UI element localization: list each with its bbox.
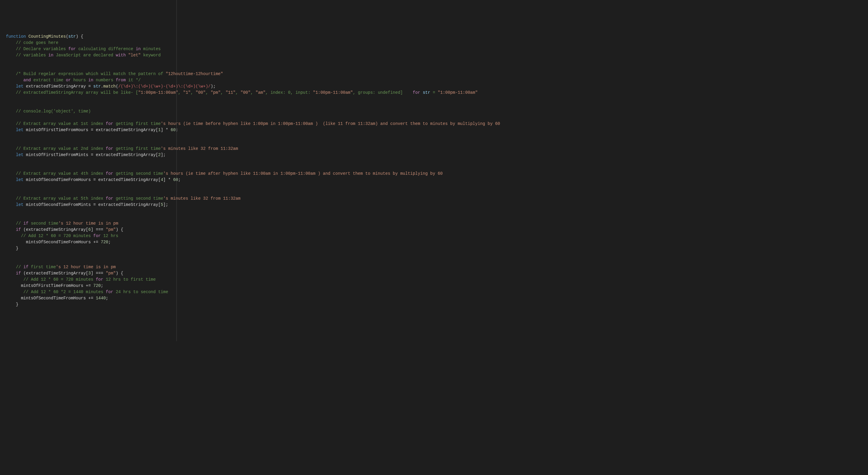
- code-token: "1": [183, 90, 191, 95]
- code-token: (extractedTimeStringArray[: [21, 271, 88, 276]
- code-token: "12houttime-12hourtime": [166, 71, 223, 76]
- code-token: ] ===: [91, 271, 106, 276]
- code-token: "1:00pm-11:00am": [313, 90, 352, 95]
- code-token: // variables: [6, 53, 49, 58]
- code-line[interactable]: [6, 133, 862, 139]
- code-token: numbers: [93, 78, 116, 82]
- code-line[interactable]: // code goes here: [6, 40, 862, 46]
- code-token: 's minutes like 32 from 11:32am: [161, 146, 238, 151]
- code-token: [6, 84, 16, 89]
- code-token: //: [6, 265, 24, 269]
- code-token: in: [136, 46, 141, 51]
- code-line[interactable]: [6, 258, 862, 264]
- code-token: extractedTimeStringArray =: [24, 84, 93, 89]
- code-line[interactable]: }: [6, 301, 862, 308]
- code-line[interactable]: if (extractedTimeStringArray[3] === "pm"…: [6, 270, 862, 276]
- code-line[interactable]: [6, 59, 862, 65]
- code-line[interactable]: let mintsOfSecondTimeFromHours = extract…: [6, 177, 862, 183]
- code-token: (: [66, 34, 68, 39]
- code-line[interactable]: // console.log('object', time): [6, 108, 862, 114]
- code-token: mintsOfSecondTimeFromHours +=: [6, 296, 96, 301]
- code-token: // Add 12 * 60 = 720 minutes: [6, 234, 93, 238]
- code-line[interactable]: let mintsOfFirstTimeFromMints = extracte…: [6, 152, 862, 158]
- code-line[interactable]: let extractedTimeStringArray = str.match…: [6, 83, 862, 90]
- code-token: for: [106, 121, 113, 126]
- code-token: ] *: [163, 177, 173, 182]
- code-line[interactable]: // if first time's 12 hour time is in pm: [6, 264, 862, 270]
- code-token: , groups: undefined]: [353, 90, 413, 95]
- code-token: 1: [158, 128, 161, 132]
- code-token: ,: [236, 90, 241, 95]
- code-token: "11": [225, 90, 236, 95]
- code-token: mintsOfSecondTimeFromMints = extractedTi…: [24, 202, 161, 207]
- code-token: [6, 227, 16, 232]
- code-line[interactable]: // Extract array value at 1st index for …: [6, 121, 862, 127]
- code-token: // Extract array value at 2nd index: [6, 146, 106, 151]
- code-token: 24 hrs to second time: [113, 290, 168, 294]
- code-line[interactable]: function CountingMinutes(str) {: [6, 34, 862, 40]
- code-line[interactable]: [6, 208, 862, 214]
- code-token: let: [16, 177, 24, 182]
- code-token: ];: [161, 152, 166, 157]
- code-line[interactable]: [6, 114, 862, 121]
- code-line[interactable]: mintsOfSecondTimeFromHours += 1440;: [6, 295, 862, 301]
- code-line[interactable]: mintsOfSecondTimeFromHours += 720;: [6, 239, 862, 245]
- code-line[interactable]: [6, 189, 862, 196]
- code-line[interactable]: [6, 251, 862, 258]
- code-line[interactable]: [6, 214, 862, 220]
- code-line[interactable]: // extractedTimeStringArray array will b…: [6, 90, 862, 96]
- code-token: // Add 12 * 60 = 720 minutes: [6, 277, 96, 282]
- code-token: for: [106, 171, 113, 176]
- code-line[interactable]: // if second time's 12 hour time is in p…: [6, 220, 862, 227]
- code-token: if: [24, 265, 29, 269]
- code-line[interactable]: mintsOfFirstTimeFromHours += 720;: [6, 283, 862, 289]
- code-line[interactable]: [6, 139, 862, 146]
- code-line[interactable]: [6, 164, 862, 171]
- code-token: str: [423, 90, 430, 95]
- code-line[interactable]: [6, 183, 862, 189]
- code-line[interactable]: [6, 65, 862, 71]
- code-token: "am": [255, 90, 266, 95]
- code-token: for: [106, 146, 113, 151]
- code-token: ;: [108, 240, 111, 244]
- code-line[interactable]: // Extract array value at 5th index for …: [6, 196, 862, 202]
- code-line[interactable]: [6, 158, 862, 164]
- code-token: if: [16, 227, 21, 232]
- code-token: 12 hrs to first time: [103, 277, 156, 282]
- code-token: JavaScript are declared: [54, 53, 116, 58]
- code-token: 's minutes like 32 from 11:32am: [163, 196, 240, 201]
- code-line[interactable]: [6, 96, 862, 102]
- code-token: [6, 128, 16, 132]
- code-token: [6, 177, 16, 182]
- code-line[interactable]: [6, 102, 862, 108]
- code-token: str: [93, 84, 101, 89]
- code-token: // Extract array value at 5th index: [6, 196, 106, 201]
- code-line[interactable]: // variables in JavaScript are declared …: [6, 52, 862, 59]
- code-line[interactable]: if (extractedTimeStringArray[6] === "pm"…: [6, 227, 862, 233]
- code-token: ;: [178, 177, 181, 182]
- code-token: 720: [93, 283, 101, 288]
- code-token: =: [430, 90, 438, 95]
- code-token: getting first time: [113, 146, 161, 151]
- code-line[interactable]: let mintsOfFirstTimeFromHours = extracte…: [6, 127, 862, 133]
- code-token: // code goes here: [6, 40, 58, 45]
- code-line[interactable]: // Declare variables for calculating dif…: [6, 46, 862, 52]
- code-token: for: [413, 90, 420, 95]
- code-token: // Declare variables: [6, 46, 68, 51]
- code-token: ];: [163, 202, 168, 207]
- code-token: ,: [206, 90, 211, 95]
- code-line[interactable]: // Add 12 * 60 = 720 minutes for 12 hrs …: [6, 276, 862, 283]
- code-line[interactable]: // Extract array value at 4th index for …: [6, 171, 862, 177]
- code-editor-content[interactable]: function CountingMinutes(str) { // code …: [6, 34, 862, 308]
- code-token: 2: [158, 152, 161, 157]
- code-line[interactable]: // Extract array value at 2nd index for …: [6, 146, 862, 152]
- code-line[interactable]: // Add 12 * 60 *2 = 1440 minutes for 24 …: [6, 289, 862, 295]
- code-line[interactable]: // Add 12 * 60 = 720 minutes for 12 hrs: [6, 233, 862, 239]
- code-line[interactable]: let mintsOfSecondTimeFromMints = extract…: [6, 202, 862, 208]
- code-line[interactable]: /* Build regelar expression which will m…: [6, 71, 862, 77]
- code-token: /* Build regelar expression which will m…: [6, 71, 166, 76]
- code-token: 's 12 hour time is in pm: [56, 265, 116, 269]
- code-line[interactable]: and extract time or hours in numbers fro…: [6, 77, 862, 83]
- code-token: function: [6, 34, 29, 39]
- code-line[interactable]: }: [6, 245, 862, 251]
